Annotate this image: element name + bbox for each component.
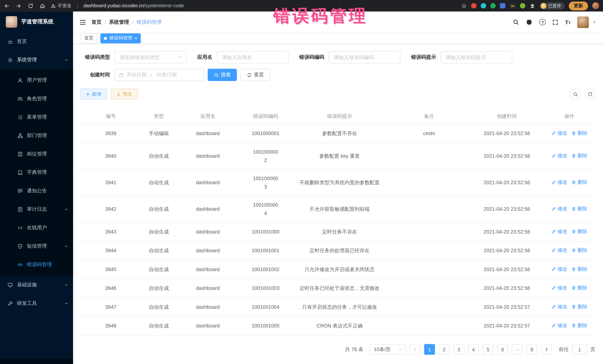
sidebar-item-menus[interactable]: 菜单管理 xyxy=(0,108,73,126)
extension-icon-3[interactable] xyxy=(490,3,496,9)
browser-reload-icon[interactable] xyxy=(28,3,33,9)
edit-link[interactable]: 修改 xyxy=(551,265,567,273)
extension-icon-2[interactable] xyxy=(481,3,486,9)
refresh-table-button[interactable] xyxy=(585,89,595,99)
delete-link[interactable]: 删除 xyxy=(571,265,587,273)
sidebar-item-audit-log[interactable]: 审计日志 xyxy=(0,200,73,218)
breadcrumb-system[interactable]: 系统管理 xyxy=(109,19,129,25)
edit-link[interactable]: 修改 xyxy=(551,227,567,236)
pager-page-6[interactable]: 6 xyxy=(497,344,508,355)
delete-link[interactable]: 删除 xyxy=(571,321,587,330)
sidebar-item-error-code[interactable]: 错误码管理 xyxy=(0,255,73,274)
show-search-toggle-button[interactable] xyxy=(570,89,581,99)
help-icon[interactable]: ? xyxy=(539,19,546,25)
font-size-icon[interactable]: TT xyxy=(565,19,570,25)
table-toolbar: 新增 导出 xyxy=(80,89,595,99)
pager-page-2[interactable]: 2 xyxy=(439,344,450,355)
profile-paused-chip[interactable]: 已暂停 xyxy=(540,2,565,9)
sidebar-item-users[interactable]: 用户管理 xyxy=(0,71,73,89)
delete-link[interactable]: 删除 xyxy=(571,227,587,236)
extension-icon-5[interactable]: on xyxy=(510,3,516,9)
pager-page-1[interactable]: 1 xyxy=(424,344,435,355)
reset-button[interactable]: 重置 xyxy=(241,69,270,81)
user-avatar[interactable] xyxy=(577,16,589,28)
range-separator: - xyxy=(151,72,152,78)
sidebar-item-home[interactable]: 首页 xyxy=(0,32,73,51)
browser-forward-icon[interactable] xyxy=(16,3,22,9)
error-code-input[interactable] xyxy=(329,52,400,63)
sidebar-item-infrastructure[interactable]: 基础设施 xyxy=(0,276,73,294)
sidebar-item-roles[interactable]: 角色管理 xyxy=(0,89,73,108)
extension-icon-6[interactable] xyxy=(520,3,525,9)
pager-page-3[interactable]: 3 xyxy=(453,344,464,355)
goto-page-input[interactable] xyxy=(572,344,587,355)
edit-link[interactable]: 修改 xyxy=(551,129,567,138)
sidebar-collapse-bar[interactable] xyxy=(0,359,73,364)
edit-link[interactable]: 修改 xyxy=(551,246,567,255)
edit-link[interactable]: 修改 xyxy=(551,178,567,187)
add-button[interactable]: 新增 xyxy=(80,89,107,99)
delete-link[interactable]: 删除 xyxy=(571,178,587,187)
delete-link[interactable]: 删除 xyxy=(571,302,587,311)
edit-link[interactable]: 修改 xyxy=(551,152,567,160)
sidebar-item-sms[interactable]: 短信管理 xyxy=(0,237,73,255)
tab-close-icon[interactable]: × xyxy=(135,36,137,41)
sidebar-item-dictionary[interactable]: 字典管理 xyxy=(0,163,73,181)
export-button[interactable]: 导出 xyxy=(111,89,138,99)
pager-prev-button[interactable] xyxy=(409,344,420,355)
sidebar-item-announcements[interactable]: 通知公告 xyxy=(0,182,73,200)
bookmark-star-icon[interactable] xyxy=(461,3,467,9)
pager-page-4[interactable]: 4 xyxy=(468,344,479,355)
pager-page-8[interactable]: 8 xyxy=(527,344,537,355)
extension-icon-4[interactable] xyxy=(500,3,505,9)
header-search-icon[interactable] xyxy=(513,19,519,25)
pager-ellipsis[interactable]: ··· xyxy=(512,344,523,355)
delete-link[interactable]: 删除 xyxy=(571,152,587,160)
search-button[interactable]: 搜索 xyxy=(208,69,237,81)
browser-back-icon[interactable] xyxy=(4,3,10,9)
breadcrumb-home[interactable]: 首页 xyxy=(92,19,102,25)
error-hint-input[interactable] xyxy=(441,52,512,63)
cell-id: 3947 xyxy=(80,298,141,317)
cell-id: 3945 xyxy=(80,260,141,279)
end-date-placeholder[interactable]: 结束日期 xyxy=(157,71,177,78)
start-date-placeholder[interactable]: 开始日期 xyxy=(127,71,147,78)
cell-remark xyxy=(388,317,470,335)
sidebar-logo[interactable]: 芋道管理系统 xyxy=(0,11,73,32)
delete-link[interactable]: 删除 xyxy=(571,205,587,213)
sidebar-item-departments[interactable]: 部门管理 xyxy=(0,126,73,145)
sidebar-item-system[interactable]: 系统管理 xyxy=(0,51,73,69)
extensions-puzzle-icon[interactable] xyxy=(530,3,535,9)
sidebar-item-online-users[interactable]: 在线用户 xyxy=(0,219,73,237)
cell-actions: 修改删除 xyxy=(544,241,595,260)
pager-page-5[interactable]: 5 xyxy=(483,344,493,355)
delete-link[interactable]: 删除 xyxy=(571,129,587,138)
github-icon[interactable] xyxy=(526,19,533,25)
extension-icon-1[interactable] xyxy=(471,3,476,9)
edit-link[interactable]: 修改 xyxy=(551,205,567,213)
edit-link[interactable]: 修改 xyxy=(551,321,567,330)
tab-error-code[interactable]: 错误码管理 × xyxy=(100,33,141,43)
sidebar-item-positions[interactable]: 岗位管理 xyxy=(0,145,73,163)
browser-home-icon[interactable] xyxy=(39,3,45,9)
delete-link[interactable]: 删除 xyxy=(571,246,587,255)
hamburger-icon[interactable] xyxy=(79,19,86,25)
sidebar-item-dev-tools[interactable]: 研发工具 xyxy=(0,294,73,312)
page-size-select[interactable]: 10条/页 xyxy=(370,344,406,355)
address-bar[interactable]: 不安全 dashboard.yudao.iocoder.cn/system/er… xyxy=(51,2,184,9)
app-name-input[interactable] xyxy=(217,52,288,63)
error-type-select-input[interactable] xyxy=(115,52,186,63)
browser-update-button[interactable]: 更新 xyxy=(569,1,588,10)
edit-link[interactable]: 修改 xyxy=(551,284,567,292)
delete-link[interactable]: 删除 xyxy=(571,284,587,292)
browser-profile-avatar[interactable] xyxy=(592,2,599,9)
avatar-caret-icon[interactable] xyxy=(592,20,597,24)
header-actions: 操作 xyxy=(544,109,595,124)
pager-next-button[interactable] xyxy=(541,344,552,355)
chevron-left-icon xyxy=(413,347,417,352)
edit-link[interactable]: 修改 xyxy=(551,302,567,311)
fullscreen-icon[interactable] xyxy=(552,19,558,25)
error-type-select[interactable] xyxy=(115,51,187,63)
date-range-picker[interactable]: 开始日期 - 结束日期 xyxy=(115,69,204,81)
tab-home[interactable]: 首页 xyxy=(81,33,97,43)
